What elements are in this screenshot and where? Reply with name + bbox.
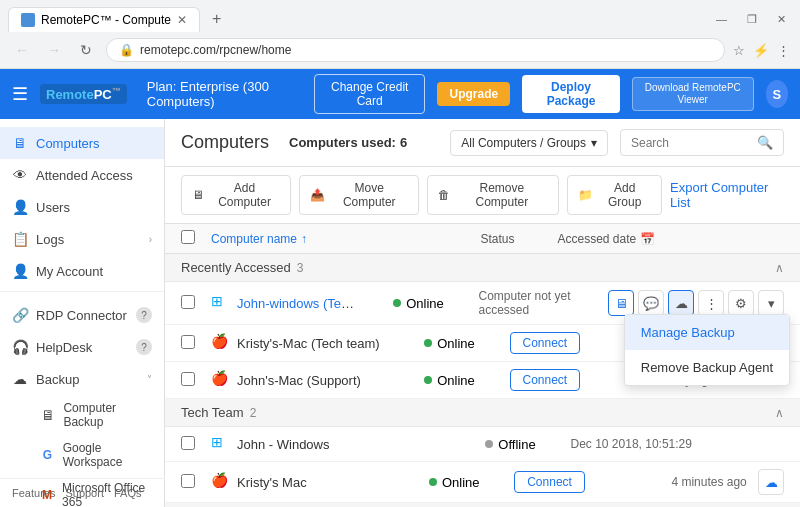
computer-status: Online xyxy=(390,336,510,351)
row-checkbox[interactable] xyxy=(181,335,195,349)
export-computer-list-link[interactable]: Export Computer List xyxy=(670,180,784,210)
more-actions-icon[interactable]: ⋮ xyxy=(698,290,724,316)
add-group-button[interactable]: 📁 Add Group xyxy=(567,175,662,215)
sidebar-item-attended-access[interactable]: 👁 Attended Access xyxy=(0,159,164,191)
search-icon[interactable]: 🔍 xyxy=(757,135,773,150)
connect-button[interactable]: Connect xyxy=(514,471,585,493)
helpdesk-icon: 🎧 xyxy=(12,339,28,355)
footer-support[interactable]: Support xyxy=(65,487,104,499)
manage-backup-item[interactable]: Manage Backup xyxy=(625,315,789,350)
tab-favicon xyxy=(21,13,35,27)
move-computer-button[interactable]: 📤 Move Computer xyxy=(299,175,419,215)
footer-features[interactable]: Features xyxy=(12,487,55,499)
search-input[interactable] xyxy=(631,136,751,150)
main-header: Computers Computers used:6 All Computers… xyxy=(165,119,800,167)
close-button[interactable]: ✕ xyxy=(771,11,792,28)
filter-label: All Computers / Groups xyxy=(461,136,586,150)
table-header: Computer name ↑ Status Accessed date 📅 xyxy=(165,224,800,254)
minimize-button[interactable]: — xyxy=(710,11,733,28)
rdp-info-badge: ? xyxy=(136,307,152,323)
forward-button[interactable]: → xyxy=(42,38,66,62)
select-all-checkbox[interactable] xyxy=(181,230,195,244)
windows-icon: ⊞ xyxy=(211,434,231,454)
backup-cloud-icon[interactable]: ☁ xyxy=(758,469,784,495)
row-checkbox[interactable] xyxy=(181,372,195,386)
sidebar-item-rdp-connector[interactable]: 🔗 RDP Connector ? xyxy=(0,299,164,331)
accessed-date: Computer not yet accessed xyxy=(479,289,601,317)
sidebar: 🖥 Computers 👁 Attended Access 👤 Users 📋 … xyxy=(0,119,165,507)
row-actions: ☁ xyxy=(758,469,784,495)
sidebar-item-computer-backup[interactable]: 🖥 Computer Backup xyxy=(32,395,164,435)
computer-status: Online xyxy=(394,475,514,490)
sidebar-item-helpdesk[interactable]: 🎧 HelpDesk ? xyxy=(0,331,164,363)
sidebar-item-users[interactable]: 👤 Users xyxy=(0,191,164,223)
group-count: 3 xyxy=(297,261,304,275)
footer-faqs[interactable]: FAQs xyxy=(114,487,142,499)
connect-button[interactable]: Connect xyxy=(510,369,581,391)
upgrade-button[interactable]: Upgrade xyxy=(437,82,510,106)
backup-action-icon[interactable]: ☁ xyxy=(668,290,694,316)
deploy-package-button[interactable]: Deploy Package xyxy=(522,75,620,113)
sidebar-label-backup: Backup xyxy=(36,372,79,387)
download-viewer-button[interactable]: Download RemotePC Viewer xyxy=(632,77,754,111)
change-credit-card-button[interactable]: Change Credit Card xyxy=(314,74,426,114)
computer-name: John's-Mac (Support) xyxy=(237,373,390,388)
sidebar-item-computers[interactable]: 🖥 Computers xyxy=(0,127,164,159)
group-title: Tech Team xyxy=(181,405,244,420)
status-indicator xyxy=(424,339,432,347)
dropdown-icon[interactable]: ▾ xyxy=(758,290,784,316)
settings-icon[interactable]: ⚙ xyxy=(728,290,754,316)
calendar-icon[interactable]: 📅 xyxy=(640,232,655,246)
sidebar-item-backup[interactable]: ☁ Backup ˅ xyxy=(0,363,164,395)
toolbar: 🖥 Add Computer 📤 Move Computer 🗑 Remove … xyxy=(165,167,800,224)
sidebar-label-computers: Computers xyxy=(36,136,100,151)
add-computer-button[interactable]: 🖥 Add Computer xyxy=(181,175,291,215)
back-button[interactable]: ← xyxy=(10,38,34,62)
remove-computer-icon: 🗑 xyxy=(438,188,450,202)
menu-icon[interactable]: ⋮ xyxy=(777,43,790,58)
group-count: 2 xyxy=(250,406,257,420)
maximize-button[interactable]: ❐ xyxy=(741,11,763,28)
app-body: 🖥 Computers 👁 Attended Access 👤 Users 📋 … xyxy=(0,119,800,507)
collapse-icon[interactable]: ∧ xyxy=(775,406,784,420)
sidebar-item-google-workspace[interactable]: G Google Workspace xyxy=(32,435,164,475)
backup-chevron-icon: ˅ xyxy=(147,374,152,385)
remove-backup-agent-item[interactable]: Remove Backup Agent xyxy=(625,350,789,385)
main-content: Computers Computers used:6 All Computers… xyxy=(165,119,800,507)
status-indicator xyxy=(429,478,437,486)
reload-button[interactable]: ↻ xyxy=(74,38,98,62)
chat-icon[interactable]: 💬 xyxy=(638,290,664,316)
group-header-default: Default 1 ∧ xyxy=(165,503,800,507)
sidebar-item-my-account[interactable]: 👤 My Account xyxy=(0,255,164,287)
apple-icon: 🍎 xyxy=(211,370,231,390)
col-name-header[interactable]: Computer name ↑ xyxy=(211,232,438,246)
computer-status: Offline xyxy=(451,437,571,452)
active-tab[interactable]: RemotePC™ - Compute ✕ xyxy=(8,7,200,32)
sidebar-label-rdp: RDP Connector xyxy=(36,308,127,323)
sidebar-item-logs[interactable]: 📋 Logs › xyxy=(0,223,164,255)
collapse-icon[interactable]: ∧ xyxy=(775,261,784,275)
row-checkbox[interactable] xyxy=(181,474,195,488)
row-checkbox[interactable] xyxy=(181,295,195,309)
tab-close-icon[interactable]: ✕ xyxy=(177,13,187,27)
computer-name: Kristy's Mac xyxy=(237,475,394,490)
my-account-icon: 👤 xyxy=(12,263,28,279)
hamburger-menu-icon[interactable]: ☰ xyxy=(12,83,28,105)
filter-dropdown[interactable]: All Computers / Groups ▾ xyxy=(450,130,608,156)
connect-button[interactable]: Connect xyxy=(510,332,581,354)
remote-desktop-icon[interactable]: 🖥 xyxy=(608,290,634,316)
extensions-icon[interactable]: ⚡ xyxy=(753,43,769,58)
remove-computer-button[interactable]: 🗑 Remove Computer xyxy=(427,175,559,215)
sidebar-label-helpdesk: HelpDesk xyxy=(36,340,92,355)
plan-label: Plan: Enterprise (300 Computers) xyxy=(147,79,302,109)
address-bar[interactable]: 🔒 remotepc.com/rpcnew/home xyxy=(106,38,725,62)
status-indicator xyxy=(393,299,401,307)
group-header-tech-team: Tech Team 2 ∧ xyxy=(165,399,800,427)
accessed-date: Connect xyxy=(514,471,671,493)
chevron-down-icon: ▾ xyxy=(591,136,597,150)
row-checkbox[interactable] xyxy=(181,436,195,450)
new-tab-button[interactable]: + xyxy=(204,6,229,32)
avatar[interactable]: S xyxy=(766,80,788,108)
bookmark-icon[interactable]: ☆ xyxy=(733,43,745,58)
computer-name: John-windows (Techte... xyxy=(237,296,359,311)
